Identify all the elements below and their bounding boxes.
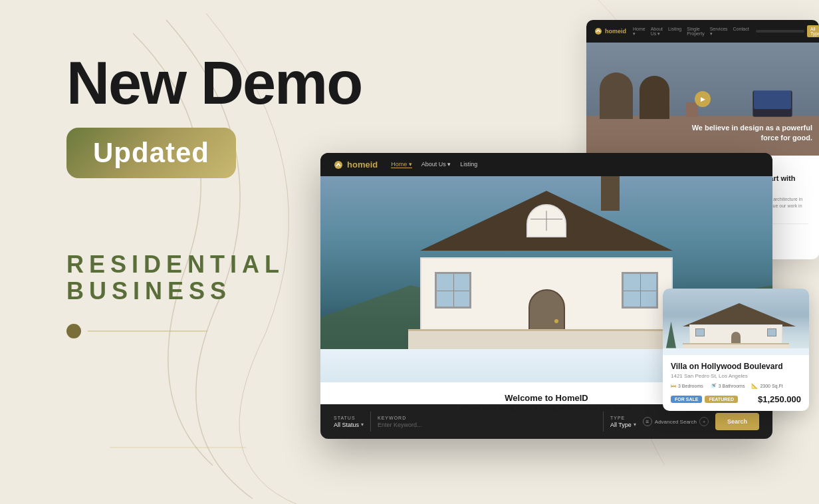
house-body [420,257,673,350]
category-line-1: RESIDENTIAL [66,251,362,278]
play-button[interactable]: ▶ [695,91,711,107]
type-chevron: ▾ [634,422,636,428]
property-features: 🛏 3 Bedrooms 🚿 3 Bathrooms 📐 2300 Sq.Ft [671,383,801,389]
status-dropdown[interactable]: All Status ▾ [334,422,364,428]
sale-badge: FOR SALE [671,396,702,403]
keyword-group: KEYWORD Enter Keyword... [378,416,596,428]
keyword-label: KEYWORD [378,416,596,420]
screenshot-header: homeid Home ▾ About Us ▾ Listing [320,153,772,176]
popup-window-l [695,328,705,336]
window-left [435,272,471,309]
line-decoration [88,330,207,332]
category-text: RESIDENTIAL BUSINESS [66,251,362,304]
tree-left [666,322,676,348]
divider-2 [603,412,604,432]
sqft-feature: 📐 2300 Sq.Ft [751,383,782,389]
svg-point-1 [595,28,602,35]
dot-line-decoration [66,324,362,338]
type-label: TYPE [610,416,636,420]
chimney [601,176,620,211]
window-right [622,272,658,309]
settings-icon: ≡ [643,417,652,426]
house-structure [420,191,673,350]
property-image [663,289,809,355]
popup-roof [683,303,796,326]
roof [420,191,673,257]
right-screenshots-area: homeid Home ▾ About Us ▾ Listing Single … [320,0,819,504]
property-info: Villa on Hollywood Boulevard 1421 San Pe… [663,355,809,411]
property-popup: Villa on Hollywood Boulevard 1421 San Pe… [663,289,809,411]
bathroom-feature: 🚿 3 Bathrooms [710,383,745,389]
hero-tagline: We believe in design as a powerfulforce … [692,123,812,142]
type-group: TYPE All Type ▾ [610,416,636,428]
property-address: 1421 San Pedro St, Los Angeles [671,373,801,379]
screenshot-nav: Home ▾ About Us ▾ Listing [391,161,477,168]
status-label: STATUS [334,416,364,420]
top-shot-logo: homeid [594,27,626,35]
bath-icon: 🚿 [710,383,717,389]
top-shot-header: homeid Home ▾ About Us ▾ Listing Single … [586,20,819,43]
featured-badge: FEATURED [705,396,738,403]
category-line-2: BUSINESS [66,278,362,305]
top-shot-hero-image: ▶ We believe in design as a powerfulforc… [586,43,819,156]
dot-icon [66,324,81,338]
badges-left: FOR SALE FEATURED [671,396,738,403]
keyword-placeholder[interactable]: Enter Keyword... [378,422,596,428]
status-chevron: ▾ [361,422,364,428]
divider-1 [370,412,371,432]
property-name: Villa on Hollywood Boulevard [671,362,801,371]
plus-icon: + [699,417,709,426]
top-shot-search: All Types [756,25,819,37]
popup-window-r [767,328,776,336]
sqft-icon: 📐 [751,383,758,389]
porch [408,329,685,349]
property-badges-row: FOR SALE FEATURED $1,250.000 [671,394,801,404]
status-value: All Status [334,422,359,428]
top-shot-nav: Home ▾ About Us ▾ Listing Single Propert… [633,27,749,37]
advanced-search-btn[interactable]: ≡ Advanced Search + [643,417,709,426]
popup-snow [663,348,809,355]
left-content-area: New Demo Updated RESIDENTIAL BUSINESS [66,53,362,338]
page-title: New Demo [66,53,362,113]
type-dropdown[interactable]: All Type ▾ [610,422,636,428]
type-value: All Type [610,422,632,428]
updated-badge: Updated [66,128,236,178]
bed-icon: 🛏 [671,383,676,389]
property-house-image [663,289,809,355]
property-price: $1,250.000 [758,394,801,404]
hero-text-overlay: We believe in design as a powerfulforce … [692,123,812,142]
bedroom-feature: 🛏 3 Bedrooms [671,383,703,389]
status-group: STATUS All Status ▾ [334,416,364,428]
search-button[interactable]: Search [715,413,759,430]
